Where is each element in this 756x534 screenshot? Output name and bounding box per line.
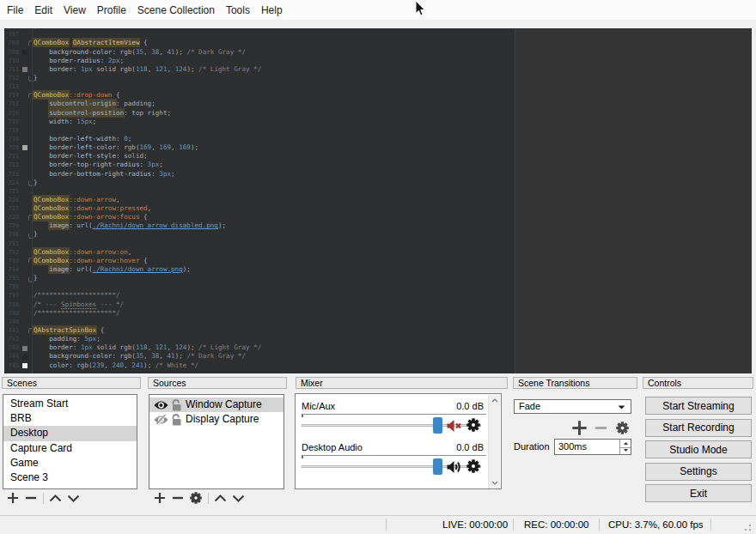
scroll-up-icon[interactable] bbox=[491, 398, 498, 403]
volume-slider-handle[interactable] bbox=[433, 458, 442, 475]
code-text: QComboBox::down-arrow:focus { bbox=[34, 213, 148, 221]
chevron-down-icon[interactable] bbox=[232, 492, 245, 505]
gear-icon[interactable] bbox=[616, 422, 629, 438]
source-item[interactable]: Display Capture bbox=[149, 412, 284, 427]
eye-slash-icon[interactable] bbox=[154, 415, 168, 424]
mixer-channel-name: Mic/Aux bbox=[302, 401, 335, 411]
line-number: 707 bbox=[4, 30, 19, 39]
scene-item[interactable]: Capture Card bbox=[3, 441, 137, 456]
menu-view[interactable]: View bbox=[58, 4, 92, 16]
code-text: subcontrol-origin: padding; bbox=[34, 100, 155, 108]
speaker-icon[interactable] bbox=[447, 460, 462, 474]
menu-edit[interactable]: Edit bbox=[29, 4, 58, 16]
scroll-down-icon[interactable] bbox=[491, 481, 498, 485]
chevron-up-icon[interactable] bbox=[49, 492, 62, 505]
line-number: 740 bbox=[4, 318, 19, 326]
status-bar: LIVE: 00:00:00 REC: 00:00:00 CPU: 3.7%, … bbox=[0, 515, 756, 534]
spin-up-icon bbox=[624, 442, 628, 445]
plus-icon[interactable] bbox=[6, 492, 19, 505]
obs-main-window: FileEditViewProfileScene CollectionTools… bbox=[0, 0, 756, 534]
menu-scene-collection[interactable]: Scene Collection bbox=[131, 4, 220, 16]
code-line: 719 border-left-width: 0; bbox=[4, 135, 515, 143]
gear-icon[interactable] bbox=[466, 418, 482, 432]
start-recording-button[interactable]: Start Recording bbox=[645, 419, 752, 437]
sources-list[interactable]: Window CaptureDisplay Capture bbox=[149, 394, 284, 489]
source-item[interactable]: Window Capture bbox=[149, 397, 284, 412]
gear-icon[interactable] bbox=[189, 492, 202, 505]
code-text: QComboBox::down-arrow, bbox=[34, 196, 120, 204]
code-text: subcontrol-position: top right; bbox=[34, 109, 171, 118]
line-number: 742 bbox=[4, 335, 19, 343]
code-text: } bbox=[34, 274, 38, 282]
duration-spinbox[interactable]: 300ms bbox=[554, 439, 631, 455]
line-number: 732 bbox=[4, 248, 19, 257]
code-text: padding: 5px; bbox=[34, 335, 101, 343]
studio-mode-button[interactable]: Studio Mode bbox=[645, 440, 752, 458]
window-capture-source[interactable]: 706}707708QComboBox QAbstractItemView {7… bbox=[4, 28, 515, 373]
menu-tools[interactable]: Tools bbox=[220, 4, 255, 16]
scene-item[interactable]: Desktop bbox=[3, 426, 137, 440]
code-line: 732QComboBox::down-arrow:on, bbox=[4, 248, 515, 257]
toolbar-separator bbox=[43, 493, 44, 504]
settings-button[interactable]: Settings bbox=[645, 463, 752, 481]
minus-icon[interactable] bbox=[594, 422, 607, 438]
code-line: 731 bbox=[4, 240, 515, 248]
volume-slider-handle[interactable] bbox=[433, 417, 442, 434]
code-line: 709 background-color: rgb(35, 38, 41); /… bbox=[4, 48, 515, 57]
line-number: 718 bbox=[4, 126, 19, 135]
transition-select[interactable]: Fade bbox=[514, 399, 631, 414]
spin-down-button[interactable] bbox=[620, 447, 631, 455]
controls-dock-header[interactable]: Controls bbox=[643, 377, 753, 389]
transitions-toolbar bbox=[567, 419, 632, 436]
gear-icon[interactable] bbox=[466, 459, 482, 473]
color-swatch[interactable] bbox=[22, 355, 27, 360]
code-text: /********************/ bbox=[34, 309, 120, 318]
minus-icon[interactable] bbox=[171, 492, 184, 505]
transitions-dock-header[interactable]: Scene Transitions bbox=[513, 377, 637, 389]
sources-dock-header[interactable]: Sources bbox=[148, 377, 287, 389]
code-line: 708QComboBox QAbstractItemView { bbox=[4, 39, 515, 47]
preview-canvas[interactable]: 706}707708QComboBox QAbstractItemView {7… bbox=[4, 28, 752, 373]
lock-icon[interactable] bbox=[171, 399, 182, 411]
chevron-up-icon[interactable] bbox=[214, 492, 227, 505]
scene-item[interactable]: Scene 3 bbox=[3, 470, 137, 485]
volume-meter-tick bbox=[302, 415, 303, 417]
color-swatch[interactable] bbox=[22, 363, 27, 368]
eye-icon[interactable] bbox=[154, 400, 168, 410]
scene-item[interactable]: Game bbox=[3, 456, 137, 470]
lock-icon[interactable] bbox=[171, 414, 182, 426]
exit-button[interactable]: Exit bbox=[645, 484, 752, 502]
plus-icon[interactable] bbox=[153, 492, 166, 505]
mixer-channel-name: Desktop Audio bbox=[302, 442, 363, 452]
code-line: 714QComboBox::drop-down { bbox=[4, 91, 515, 100]
menu-file[interactable]: File bbox=[7, 4, 29, 16]
color-swatch[interactable] bbox=[22, 50, 27, 55]
combo-dropdown-icon bbox=[618, 405, 625, 410]
code-text: QComboBox::drop-down { bbox=[34, 91, 120, 100]
code-text: QComboBox::down-arrow:pressed, bbox=[34, 204, 151, 213]
line-number: 738 bbox=[4, 300, 19, 309]
scenes-list[interactable]: Stream StartBRBDesktopCapture CardGameSc… bbox=[3, 394, 137, 489]
menu-help[interactable]: Help bbox=[255, 4, 288, 16]
scene-item[interactable]: Stream Start bbox=[3, 397, 137, 411]
mixer-scrollbar[interactable] bbox=[488, 395, 500, 488]
status-separator bbox=[710, 519, 711, 531]
duration-label: Duration bbox=[514, 441, 550, 452]
speaker-muted-icon[interactable] bbox=[447, 419, 462, 433]
scenes-dock-header[interactable]: Scenes bbox=[2, 377, 141, 389]
code-line: 707 bbox=[4, 30, 515, 39]
color-swatch[interactable] bbox=[22, 145, 27, 150]
menu-profile[interactable]: Profile bbox=[91, 4, 131, 16]
chevron-down-icon[interactable] bbox=[67, 492, 80, 505]
plus-icon[interactable] bbox=[571, 420, 588, 440]
color-swatch[interactable] bbox=[22, 67, 27, 72]
code-line: 737/********************/ bbox=[4, 291, 515, 300]
minus-icon[interactable] bbox=[24, 492, 37, 505]
start-streaming-button[interactable]: Start Streaming bbox=[645, 397, 752, 415]
status-separator bbox=[599, 519, 600, 531]
code-line: 739/********************/ bbox=[4, 309, 515, 318]
mixer-dock-header[interactable]: Mixer bbox=[296, 377, 508, 389]
duration-value: 300ms bbox=[558, 441, 587, 452]
scene-item[interactable]: BRB bbox=[3, 411, 137, 426]
color-swatch[interactable] bbox=[22, 346, 27, 351]
